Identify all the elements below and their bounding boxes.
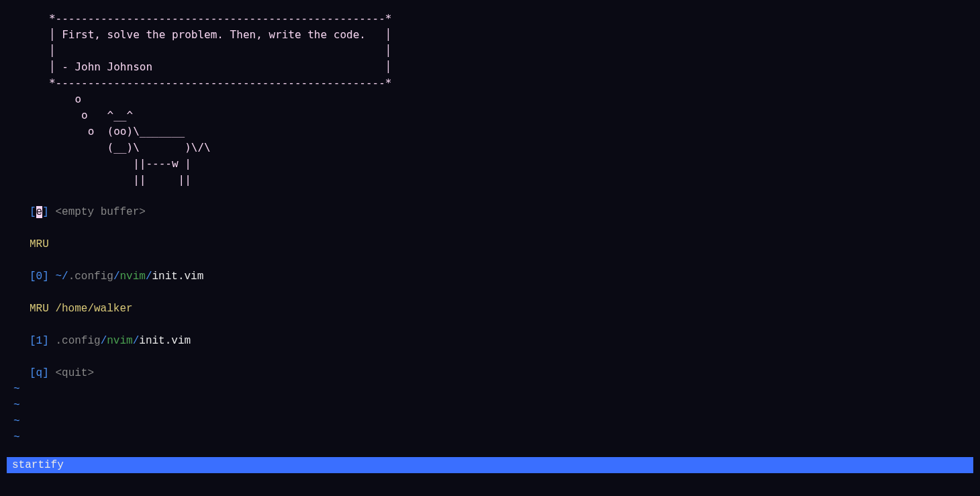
path-sep: / (146, 270, 152, 283)
editor-viewport: *---------------------------------------… (0, 0, 980, 446)
bracket-right: ] (42, 270, 49, 283)
mru-entry-0[interactable]: [0] ~/.config/nvim/init.vim (7, 268, 980, 285)
path-nvim: nvim (107, 335, 132, 347)
empty-buffer-entry[interactable]: [e] <empty buffer> (7, 204, 980, 220)
shortcut-key-0: 0 (36, 270, 43, 283)
bracket-right: ] (42, 206, 49, 218)
mru-home-header: MRU /home/walker (7, 301, 980, 317)
mru-header: MRU (7, 236, 980, 252)
empty-line-tilde: ~ (7, 413, 980, 430)
bracket-left: [ (30, 335, 36, 347)
path-sep: / (133, 335, 140, 347)
cowsay-header: *---------------------------------------… (7, 11, 980, 188)
path-config: .config (55, 335, 100, 347)
path-tilde: ~ (55, 270, 62, 283)
path-file: init.vim (139, 335, 191, 347)
mru-entry-1[interactable]: [1] .config/nvim/init.vim (7, 333, 980, 349)
shortcut-key-e: e (36, 206, 43, 218)
bracket-left: [ (30, 270, 36, 283)
bracket-right: ] (42, 335, 49, 347)
bracket-right: ] (42, 367, 49, 379)
quit-entry[interactable]: [q] <quit> (7, 365, 980, 381)
path-config: .config (68, 270, 113, 283)
bracket-left: [ (30, 367, 36, 379)
path-file: init.vim (152, 270, 204, 283)
empty-line-tilde: ~ (7, 397, 980, 413)
bracket-left: [ (30, 206, 36, 218)
quit-label: <quit> (55, 367, 94, 379)
empty-line-tilde: ~ (7, 381, 980, 397)
path-nvim: nvim (119, 270, 145, 283)
shortcut-key-q: q (36, 367, 43, 379)
empty-buffer-label: <empty buffer> (55, 206, 145, 218)
statusline: startify (7, 457, 973, 473)
path-sep: / (101, 335, 107, 347)
path-sep: / (62, 270, 68, 283)
shortcut-key-1: 1 (36, 335, 43, 347)
empty-line-tilde: ~ (7, 430, 980, 446)
